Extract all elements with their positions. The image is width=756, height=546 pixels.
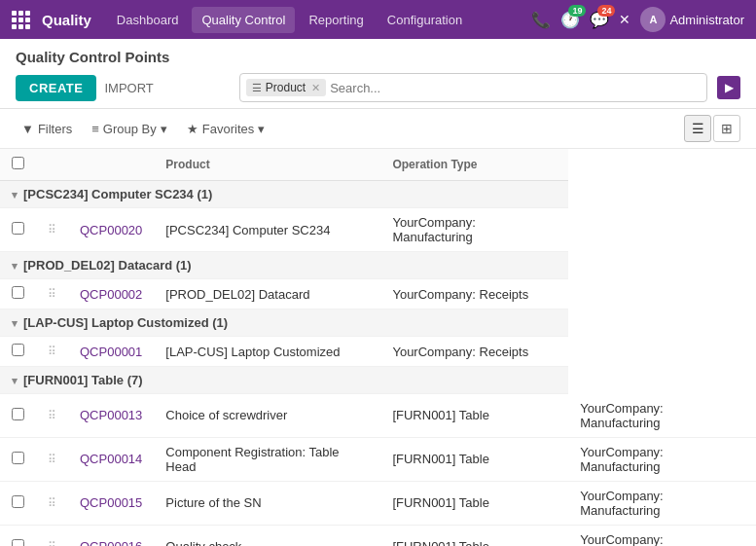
- group-arrow: ▾: [12, 260, 18, 272]
- row-select-checkbox[interactable]: [12, 286, 24, 299]
- table-row: ⠿ QCP00016 Quality check [FURN001] Table…: [0, 525, 756, 546]
- favorites-button[interactable]: ★ Favorites ▾: [181, 119, 270, 139]
- header-operation-type: Operation Type: [380, 149, 568, 181]
- filter-icon: ▼: [21, 122, 34, 136]
- group-row[interactable]: ▾[PROD_DEL02] Datacard (1): [0, 252, 756, 279]
- records-table: Product Operation Type ▾[PCSC234] Comput…: [0, 149, 756, 546]
- row-product: [FURN001] Table: [380, 437, 568, 481]
- row-code[interactable]: QCP00001: [68, 337, 154, 367]
- select-all-checkbox[interactable]: [12, 157, 24, 169]
- app-name: Quality: [42, 12, 91, 28]
- row-checkbox: [0, 337, 36, 367]
- close-icon[interactable]: ✕: [619, 12, 630, 27]
- header-row: CREATE IMPORT ☰ Product ✕ ▶: [16, 73, 740, 102]
- row-operation-type: YourCompany: Manufacturing: [568, 437, 756, 481]
- nav-reporting[interactable]: Reporting: [299, 7, 373, 33]
- row-select-checkbox[interactable]: [12, 452, 24, 464]
- drag-handle[interactable]: ⠿: [36, 525, 68, 546]
- row-product: [FURN001] Table: [380, 525, 568, 546]
- top-navigation: Quality Dashboard Quality Control Report…: [0, 0, 756, 39]
- page-title: Quality Control Points: [16, 49, 740, 65]
- group-row[interactable]: ▾[FURN001] Table (7): [0, 367, 756, 394]
- row-operation-type: YourCompany: Manufacturing: [568, 525, 756, 546]
- table-row: ⠿ QCP00015 Picture of the SN [FURN001] T…: [0, 481, 756, 525]
- row-product: [LAP-CUS] Laptop Customized: [154, 337, 380, 367]
- row-code[interactable]: QCP00013: [68, 394, 154, 438]
- import-button[interactable]: IMPORT: [104, 81, 153, 95]
- row-product: [PROD_DEL02] Datacard: [154, 279, 380, 309]
- groupby-icon: ≡: [91, 122, 99, 136]
- table-row: ⠿ QCP00013 Choice of screwdriver [FURN00…: [0, 394, 756, 438]
- kanban-view-button[interactable]: ⊞: [713, 115, 740, 142]
- header-code: [68, 149, 154, 181]
- row-code[interactable]: QCP00015: [68, 481, 154, 525]
- drag-handle[interactable]: ⠿: [36, 481, 68, 525]
- row-code[interactable]: QCP00016: [68, 525, 154, 546]
- toolbar: ▼ Filters ≡ Group By ▾ ★ Favorites ▾ ☰ ⊞: [0, 109, 756, 149]
- create-button[interactable]: CREATE: [16, 75, 96, 101]
- nav-configuration[interactable]: Configuration: [378, 7, 472, 33]
- message-badge: 24: [597, 5, 615, 17]
- message-icon[interactable]: 💬 24: [590, 11, 609, 29]
- row-checkbox: [0, 394, 36, 438]
- app-logo[interactable]: Quality: [12, 11, 91, 29]
- drag-handle[interactable]: ⠿: [36, 394, 68, 438]
- row-product: [PCSC234] Computer SC234: [154, 208, 380, 252]
- avatar: A: [640, 7, 666, 32]
- drag-handle[interactable]: ⠿: [36, 437, 68, 481]
- group-label: [FURN001] Table (7): [23, 373, 143, 387]
- group-arrow: ▾: [12, 189, 18, 200]
- group-row[interactable]: ▾[PCSC234] Computer SC234 (1): [0, 181, 756, 208]
- favorites-label: Favorites: [202, 122, 254, 136]
- row-select-checkbox[interactable]: [12, 495, 24, 508]
- row-select-checkbox[interactable]: [12, 539, 24, 547]
- group-label: [LAP-CUS] Laptop Customized (1): [23, 315, 228, 330]
- grid-icon: [12, 11, 30, 29]
- filters-label: Filters: [38, 122, 72, 136]
- row-product: [FURN001] Table: [380, 481, 568, 525]
- header-checkbox: [0, 149, 36, 181]
- user-name: Administrator: [669, 13, 744, 27]
- row-checkbox: [0, 437, 36, 481]
- search-button[interactable]: ▶: [717, 76, 740, 99]
- row-code[interactable]: QCP00002: [68, 279, 154, 309]
- filter-tag-close[interactable]: ✕: [311, 82, 320, 94]
- page-header: Quality Control Points CREATE IMPORT ☰ P…: [0, 39, 756, 109]
- activity-icon[interactable]: 🕐 19: [560, 11, 580, 29]
- table-row: ⠿ QCP00002 [PROD_DEL02] Datacard YourCom…: [0, 279, 756, 309]
- row-checkbox: [0, 481, 36, 525]
- group-by-label: Group By: [103, 122, 157, 136]
- row-code[interactable]: QCP00020: [68, 208, 154, 252]
- group-by-button[interactable]: ≡ Group By ▾: [86, 119, 173, 139]
- drag-handle[interactable]: ⠿: [36, 208, 68, 252]
- row-select-checkbox[interactable]: [12, 408, 24, 420]
- filter-tag-label: Product: [266, 81, 306, 94]
- group-label: [PCSC234] Computer SC234 (1): [23, 187, 212, 201]
- user-menu[interactable]: A Administrator: [640, 7, 744, 32]
- phone-icon[interactable]: 📞: [531, 11, 551, 29]
- row-code[interactable]: QCP00014: [68, 437, 154, 481]
- group-arrow: ▾: [12, 375, 18, 386]
- row-checkbox: [0, 208, 36, 252]
- search-area: ☰ Product ✕: [239, 73, 707, 102]
- nav-dashboard[interactable]: Dashboard: [107, 7, 189, 33]
- drag-handle[interactable]: ⠿: [36, 337, 68, 367]
- row-product: [FURN001] Table: [380, 394, 568, 438]
- drag-handle[interactable]: ⠿: [36, 279, 68, 309]
- filters-button[interactable]: ▼ Filters: [16, 119, 78, 139]
- row-operation-type: YourCompany: Receipts: [380, 279, 568, 309]
- row-operation-type: YourCompany: Manufacturing: [380, 208, 568, 252]
- search-input[interactable]: [326, 81, 701, 95]
- row-select-checkbox[interactable]: [12, 222, 24, 235]
- group-by-caret: ▾: [161, 122, 167, 136]
- nav-right: 📞 🕐 19 💬 24 ✕ A Administrator: [531, 7, 744, 32]
- row-name: Picture of the SN: [154, 481, 380, 525]
- header-product: Product: [154, 149, 380, 181]
- group-row[interactable]: ▾[LAP-CUS] Laptop Customized (1): [0, 309, 756, 337]
- nav-quality-control[interactable]: Quality Control: [192, 7, 295, 33]
- row-select-checkbox[interactable]: [12, 344, 24, 356]
- activity-badge: 19: [568, 5, 586, 17]
- list-view-button[interactable]: ☰: [684, 115, 711, 142]
- row-checkbox: [0, 525, 36, 546]
- search-filter-tag: ☰ Product ✕: [246, 79, 326, 96]
